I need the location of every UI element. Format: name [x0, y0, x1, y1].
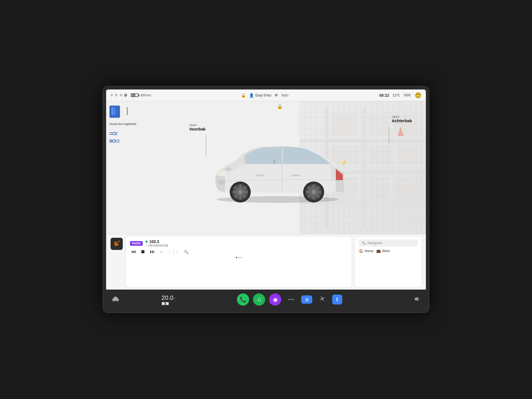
svg-rect-68 [255, 175, 264, 176]
voorbak-main: Voorbak [189, 127, 206, 131]
svg-text:VW: VW [416, 94, 420, 97]
svg-marker-76 [415, 297, 418, 301]
next-track-btn[interactable]: ⏭ [150, 249, 155, 255]
wiper-active-btn[interactable] [109, 106, 120, 118]
svg-rect-72 [114, 242, 117, 244]
light-icon-1 [109, 132, 117, 136]
car-lock-annotation[interactable]: 🔓 [277, 104, 283, 109]
profile-section[interactable]: 👤 Easy Entry [249, 93, 271, 98]
green-dot [145, 241, 148, 243]
phone-icon: 📞 [240, 296, 247, 303]
seat-left-icon: ⬜ [162, 302, 165, 305]
search-media-btn[interactable]: 🔍 [184, 250, 188, 254]
car-visual: T [200, 126, 355, 209]
taskbar-right [404, 296, 420, 303]
svg-rect-4 [112, 108, 113, 109]
work-icon: 💼 [376, 249, 381, 253]
car-area: 🔓 Open Voorbak Open Achterbak [145, 101, 426, 234]
svg-rect-35 [369, 145, 391, 164]
left-panel: Houd rem ingedrukt [106, 101, 145, 234]
dot-3 [241, 257, 242, 258]
achterbak-annotation[interactable]: Open Achterbak [392, 115, 412, 123]
svg-rect-7 [112, 111, 113, 112]
svg-line-15 [116, 134, 117, 135]
svg-line-13 [116, 132, 117, 133]
home-label: Home [365, 249, 374, 253]
main-content: Houd rem ingedrukt [106, 101, 426, 234]
apps-btn[interactable]: ••• [285, 293, 297, 306]
page-dots [130, 257, 348, 258]
wiper-inactive-btn[interactable] [122, 106, 133, 118]
svg-rect-9 [127, 107, 128, 115]
svg-point-70 [225, 167, 232, 171]
lock-icon[interactable]: 🔓 [241, 93, 246, 98]
left-controls [109, 132, 142, 144]
home-shortcut[interactable]: 🏠 Home [359, 249, 374, 253]
auto-badge: AGR [403, 93, 411, 97]
nav-search[interactable]: 🔍 Navigeren [359, 239, 418, 247]
stop-btn[interactable]: ⏹ [140, 249, 145, 255]
camera-icon: ◉ [273, 296, 278, 303]
settings-icon[interactable]: ⚙ [275, 93, 278, 97]
dot-1 [236, 257, 237, 258]
favorite-btn[interactable]: ☆ [159, 249, 163, 254]
bluetooth-icon: ᛒ [336, 297, 339, 302]
light-btn-1[interactable] [109, 132, 142, 136]
svg-rect-38 [369, 177, 388, 199]
voorbak-annotation[interactable]: Open Voorbak [189, 123, 206, 131]
bottom-area: RADIO 102.3 ≡ FM RADIO538 [106, 234, 426, 290]
voorbak-label: Open [189, 123, 206, 127]
light-icon-2 [109, 139, 119, 144]
media-controls: ⏮ ⏹ ⏭ ☆ ⋮⋮⋮ 🔍 [130, 249, 348, 255]
nav-shortcuts: 🏠 Home 💼 Werk [359, 249, 418, 253]
seat-heat-icon [113, 240, 120, 248]
bluetooth-btn[interactable]: ᛒ [332, 295, 342, 305]
media-top: RADIO 102.3 ≡ FM RADIO538 [130, 239, 348, 247]
work-label: Werk [382, 249, 390, 253]
battery-icon [131, 93, 139, 97]
ambient-temp: 12°C [393, 93, 400, 97]
nav-widget: 🔍 Navigeren 🏠 Home 💼 Werk [355, 237, 421, 287]
dot-2 [238, 257, 240, 258]
svg-point-19 [112, 140, 115, 142]
work-shortcut[interactable]: 💼 Werk [376, 249, 390, 253]
screen-wrapper: P R N D 369 km 🔓 👤 Easy Entry ⚙ SGS↑ 08:… [103, 86, 429, 313]
status-bar: P R N D 369 km 🔓 👤 Easy Entry ⚙ SGS↑ 08:… [106, 89, 426, 101]
spotify-btn[interactable]: ♫ [253, 293, 265, 306]
station-name: ≡ FM RADIO538 [145, 244, 168, 247]
main-screen: P R N D 369 km 🔓 👤 Easy Entry ⚙ SGS↑ 08:… [106, 89, 426, 310]
phone-btn[interactable]: 📞 [237, 293, 249, 306]
svg-rect-39 [394, 177, 423, 199]
card-btn[interactable]: ⊞ [301, 295, 312, 304]
volume-btn[interactable] [414, 296, 420, 303]
svg-rect-5 [112, 109, 113, 110]
car-status-btn[interactable] [112, 296, 119, 303]
svg-rect-27 [363, 108, 365, 227]
fan-btn[interactable] [316, 293, 328, 306]
media-station: 102.3 ≡ FM RADIO538 [145, 239, 168, 247]
svg-rect-36 [397, 145, 423, 164]
equalizer-btn[interactable]: ⋮⋮⋮ [168, 250, 179, 254]
svg-text:T: T [273, 160, 276, 164]
svg-line-22 [115, 142, 117, 142]
card-icon: ⊞ [305, 297, 309, 302]
bottom-controls: RADIO 102.3 ≡ FM RADIO538 [106, 234, 426, 290]
taskbar: 20.0 › ⬜ ⬜ 📞 ♫ ◉ [106, 290, 426, 310]
svg-point-12 [113, 132, 116, 135]
seat-right-icon: ⬜ [165, 302, 169, 305]
wiper-section [109, 106, 142, 118]
radio-badge: RADIO [130, 241, 143, 246]
temp-control[interactable]: 20.0 › ⬜ ⬜ [162, 294, 176, 305]
prnd-display: P R N D [111, 93, 127, 97]
wiper-inactive-icon [122, 106, 133, 118]
seat-heat-button[interactable] [111, 238, 123, 250]
svg-point-46 [238, 190, 242, 194]
spotify-icon: ♫ [257, 296, 262, 303]
achterbak-main: Achterbak [392, 118, 412, 123]
svg-rect-2 [114, 107, 116, 116]
camera-btn[interactable]: ◉ [269, 293, 281, 306]
light-btn-2[interactable] [109, 139, 142, 144]
prev-track-btn[interactable]: ⏮ [131, 249, 136, 255]
svg-rect-6 [112, 110, 113, 111]
svg-point-58 [311, 190, 316, 194]
